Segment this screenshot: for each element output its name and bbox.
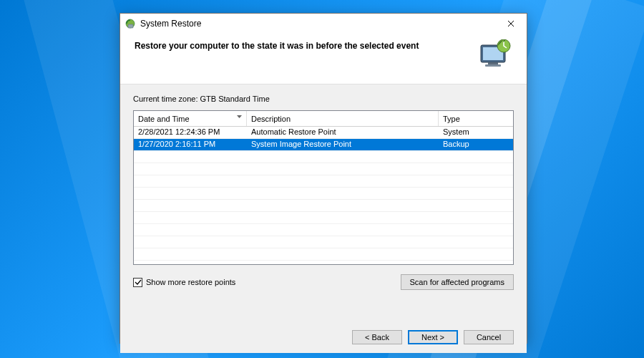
wizard-footer: < Back Next > Cancel — [120, 321, 527, 353]
back-button[interactable]: < Back — [352, 330, 402, 344]
restore-points-list[interactable]: Date and Time Description Type 2/28/2021… — [133, 110, 514, 265]
cell-type: Backup — [439, 139, 510, 150]
cell-type: System — [439, 127, 510, 138]
cell-date: 2/28/2021 12:24:36 PM — [134, 127, 247, 138]
cancel-button[interactable]: Cancel — [464, 330, 514, 344]
column-label: Type — [443, 115, 460, 123]
titlebar[interactable]: System Restore — [120, 14, 527, 34]
restore-point-row[interactable]: 2/28/2021 12:24:36 PMAutomatic Restore P… — [134, 127, 513, 139]
column-label: Description — [251, 115, 291, 123]
column-label: Date and Time — [138, 115, 190, 123]
empty-row — [134, 151, 513, 163]
wizard-content: Current time zone: GTB Standard Time Dat… — [120, 84, 527, 321]
list-body: 2/28/2021 12:24:36 PMAutomatic Restore P… — [134, 127, 513, 264]
system-restore-dialog: System Restore Restore your computer to … — [119, 13, 527, 344]
wizard-header: Restore your computer to the state it wa… — [120, 34, 527, 84]
timezone-label: Current time zone: GTB Standard Time — [133, 95, 514, 103]
wizard-heading: Restore your computer to the state it wa… — [135, 39, 471, 51]
column-type[interactable]: Type — [439, 111, 510, 126]
svg-rect-5 — [485, 64, 501, 67]
empty-row — [134, 188, 513, 200]
options-row: Show more restore points Scan for affect… — [133, 274, 514, 290]
empty-row — [134, 224, 513, 236]
empty-row — [134, 163, 513, 175]
list-header: Date and Time Description Type — [134, 111, 513, 127]
sort-descending-icon — [237, 115, 242, 118]
show-more-checkbox-wrap[interactable]: Show more restore points — [133, 278, 235, 287]
system-restore-icon — [125, 18, 136, 29]
svg-rect-4 — [488, 62, 498, 64]
cell-description: System Image Restore Point — [247, 139, 439, 150]
column-date-time[interactable]: Date and Time — [134, 111, 247, 126]
show-more-checkbox[interactable] — [133, 278, 142, 287]
next-button[interactable]: Next > — [408, 330, 458, 344]
cell-date: 1/27/2020 2:16:11 PM — [134, 139, 247, 150]
empty-row — [134, 236, 513, 248]
restore-monitor-icon — [478, 39, 512, 69]
empty-row — [134, 175, 513, 188]
cell-description: Automatic Restore Point — [247, 127, 439, 138]
close-icon — [507, 20, 514, 27]
empty-row — [134, 248, 513, 261]
window-title: System Restore — [140, 19, 499, 29]
close-button[interactable] — [499, 16, 522, 31]
scan-affected-button[interactable]: Scan for affected programs — [401, 274, 514, 290]
checkmark-icon — [135, 279, 142, 286]
svg-rect-1 — [128, 24, 133, 28]
show-more-label: Show more restore points — [146, 278, 235, 286]
empty-row — [134, 212, 513, 224]
column-description[interactable]: Description — [247, 111, 439, 126]
restore-point-row[interactable]: 1/27/2020 2:16:11 PMSystem Image Restore… — [134, 139, 513, 151]
empty-row — [134, 200, 513, 212]
